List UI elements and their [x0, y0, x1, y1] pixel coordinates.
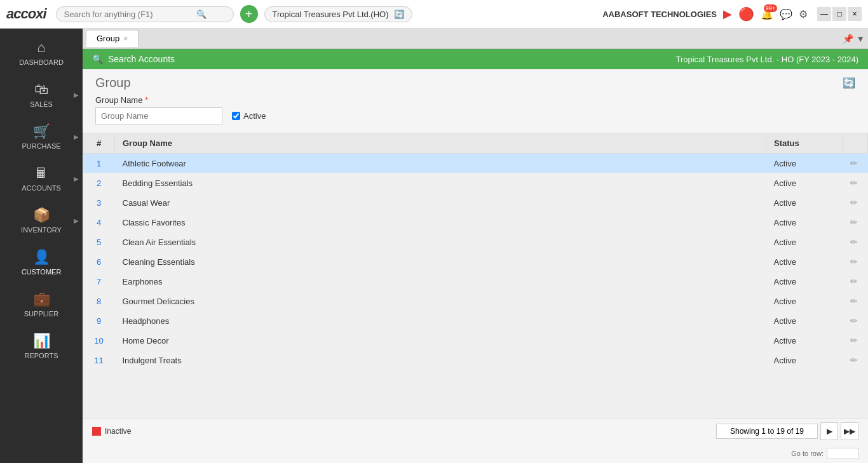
table-row[interactable]: 9 Headphones Active ✏ — [83, 311, 868, 331]
search-input[interactable] — [64, 10, 191, 19]
row-edit[interactable]: ✏ — [843, 311, 868, 331]
edit-icon[interactable]: ✏ — [850, 257, 858, 267]
row-num: 2 — [83, 173, 115, 193]
edit-icon[interactable]: ✏ — [850, 316, 858, 326]
row-edit[interactable]: ✏ — [843, 193, 868, 213]
row-edit[interactable]: ✏ — [843, 154, 868, 173]
edit-icon[interactable]: ✏ — [850, 296, 858, 306]
groups-table: # Group Name Status 1 Athletic Footwear … — [83, 133, 868, 370]
customer-icon: 👤 — [33, 249, 50, 265]
table-row[interactable]: 8 Gourmet Delicacies Active ✏ — [83, 292, 868, 311]
sidebar-item-label: SALES — [30, 100, 52, 108]
green-header: 🔍 Search Accounts Tropical Treasures Pvt… — [83, 49, 868, 69]
row-edit[interactable]: ✏ — [843, 173, 868, 193]
inventory-icon: 📦 — [33, 207, 50, 224]
row-num: 9 — [83, 311, 115, 331]
inactive-color-box — [92, 427, 101, 436]
table-row[interactable]: 3 Casual Wear Active ✏ — [83, 193, 868, 213]
table-scroll[interactable]: # Group Name Status 1 Athletic Footwear … — [83, 133, 868, 418]
page-info-input — [716, 424, 818, 439]
row-group-name: Gourmet Delicacies — [115, 292, 766, 311]
sidebar-item-label: CUSTOMER — [22, 268, 62, 276]
active-checkbox[interactable] — [232, 112, 240, 120]
notifications-icon[interactable]: 🔔 99+ — [761, 8, 773, 20]
row-edit[interactable]: ✏ — [843, 232, 868, 252]
sidebar-item-dashboard[interactable]: ⌂ DASHBOARD — [0, 32, 83, 74]
refresh-page-button[interactable]: 🔄 — [843, 77, 855, 89]
edit-icon[interactable]: ✏ — [850, 178, 858, 188]
row-edit[interactable]: ✏ — [843, 252, 868, 272]
table-row[interactable]: 2 Bedding Essentials Active ✏ — [83, 173, 868, 193]
sidebar-item-inventory[interactable]: 📦 INVENTORY ▶ — [0, 199, 83, 241]
edit-icon[interactable]: ✏ — [850, 237, 858, 247]
table-row[interactable]: 1 Athletic Footwear Active ✏ — [83, 154, 868, 173]
required-marker: * — [145, 95, 148, 105]
row-status: Active — [766, 351, 843, 370]
row-edit[interactable]: ✏ — [843, 351, 868, 370]
settings-icon[interactable]: ⚙ — [799, 8, 808, 20]
sidebar-item-purchase[interactable]: 🛒 PURCHASE ▶ — [0, 116, 83, 158]
row-group-name: Cleaning Essentials — [115, 252, 766, 272]
close-window-button[interactable]: × — [848, 7, 862, 21]
sidebar-item-supplier[interactable]: 💼 SUPPLIER — [0, 283, 83, 325]
tab-controls: 📌 ▼ — [843, 34, 865, 44]
table-row[interactable]: 7 Earphones Active ✏ — [83, 272, 868, 292]
row-edit[interactable]: ✏ — [843, 331, 868, 351]
row-status: Active — [766, 173, 843, 193]
row-num: 6 — [83, 252, 115, 272]
last-page-button[interactable]: ▶▶ — [841, 422, 858, 440]
row-num: 4 — [83, 213, 115, 232]
app-logo: accoxi — [6, 6, 46, 22]
table-wrapper: # Group Name Status 1 Athletic Footwear … — [83, 133, 868, 418]
row-edit[interactable]: ✏ — [843, 272, 868, 292]
tab-group[interactable]: Group × — [86, 30, 139, 47]
table-row[interactable]: 6 Cleaning Essentials Active ✏ — [83, 252, 868, 272]
company-icon: ▶ — [723, 7, 732, 21]
search-accounts-btn[interactable]: 🔍 Search Accounts — [92, 54, 175, 64]
sidebar-item-label: ACCOUNTS — [22, 184, 61, 192]
main-layout: ⌂ DASHBOARD 🛍 SALES ▶ 🛒 PURCHASE ▶ 🖩 ACC… — [0, 29, 868, 463]
sidebar-item-label: PURCHASE — [22, 142, 60, 150]
row-edit[interactable]: ✏ — [843, 213, 868, 232]
table-row[interactable]: 11 Indulgent Treats Active ✏ — [83, 351, 868, 370]
table-row[interactable]: 5 Clean Air Essentials Active ✏ — [83, 232, 868, 252]
sidebar-item-sales[interactable]: 🛍 SALES ▶ — [0, 74, 83, 116]
table-row[interactable]: 4 Classic Favorites Active ✏ — [83, 213, 868, 232]
add-button[interactable]: + — [240, 5, 258, 23]
messages-icon[interactable]: 💬 — [780, 8, 792, 20]
edit-icon[interactable]: ✏ — [850, 335, 858, 346]
company-selector[interactable]: Tropical Treasures Pvt Ltd.(HO) 🔄 — [264, 6, 412, 22]
maximize-button[interactable]: □ — [832, 7, 846, 21]
goto-input[interactable] — [827, 448, 858, 459]
edit-icon[interactable]: ✏ — [850, 158, 858, 168]
row-num: 3 — [83, 193, 115, 213]
row-group-name: Headphones — [115, 311, 766, 331]
tab-collapse-button[interactable]: ▼ — [856, 34, 865, 44]
group-name-input[interactable] — [95, 107, 222, 124]
inactive-legend: Inactive — [92, 427, 131, 436]
active-checkbox-label[interactable]: Active — [232, 111, 266, 121]
chevron-right-icon: ▶ — [74, 133, 79, 140]
chevron-right-icon: ▶ — [74, 175, 79, 182]
minimize-button[interactable]: — — [817, 7, 831, 21]
search-icon[interactable]: 🔍 — [196, 10, 207, 19]
sidebar-item-label: SUPPLIER — [24, 310, 58, 318]
next-page-button[interactable]: ▶ — [820, 422, 838, 440]
row-group-name: Bedding Essentials — [115, 173, 766, 193]
edit-icon[interactable]: ✏ — [850, 217, 858, 227]
tab-close-icon[interactable]: × — [123, 34, 128, 43]
edit-icon[interactable]: ✏ — [850, 198, 858, 208]
form-row: Group Name * Active — [95, 95, 855, 124]
edit-icon[interactable]: ✏ — [850, 355, 858, 365]
tab-pin-button[interactable]: 📌 — [843, 34, 853, 44]
sidebar-item-reports[interactable]: 📊 REPORTS — [0, 325, 83, 367]
row-group-name: Casual Wear — [115, 193, 766, 213]
sidebar-item-accounts[interactable]: 🖩 ACCOUNTS ▶ — [0, 158, 83, 199]
tab-bar: Group × 📌 ▼ — [83, 29, 868, 49]
sidebar-item-customer[interactable]: 👤 CUSTOMER — [0, 241, 83, 283]
edit-icon[interactable]: ✏ — [850, 276, 858, 286]
table-row[interactable]: 10 Home Decor Active ✏ — [83, 331, 868, 351]
search-bar[interactable]: 🔍 — [56, 6, 234, 22]
row-edit[interactable]: ✏ — [843, 292, 868, 311]
refresh-icon[interactable]: 🔄 — [394, 10, 404, 19]
